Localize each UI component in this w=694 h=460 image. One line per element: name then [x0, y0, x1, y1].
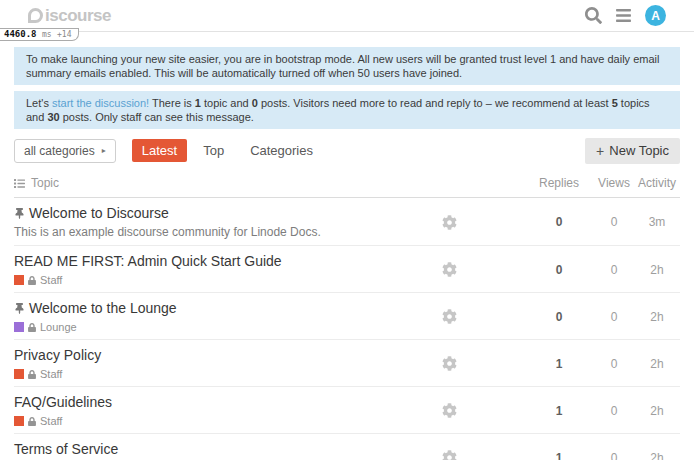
- tab-top[interactable]: Top: [193, 139, 234, 162]
- category-color-square: [14, 275, 24, 285]
- topic-title-line[interactable]: FAQ/Guidelines: [14, 394, 364, 411]
- tab-latest[interactable]: Latest: [132, 139, 187, 162]
- gear-icon[interactable]: [442, 309, 457, 324]
- topic-admin-cell: [374, 309, 524, 324]
- start-discussion-link[interactable]: start the discussion!: [52, 97, 149, 109]
- category-filter-label: all categories: [24, 144, 95, 158]
- topic-title[interactable]: Welcome to the Lounge: [29, 300, 177, 316]
- logo-wordmark: iscourse: [45, 6, 111, 26]
- topic-main-cell: FAQ/Guidelines Staff: [14, 394, 374, 427]
- activity-value[interactable]: 2h: [634, 263, 680, 277]
- topic-title[interactable]: READ ME FIRST: Admin Quick Start Guide: [14, 253, 282, 269]
- category-name: Lounge: [40, 321, 77, 333]
- new-topic-label: New Topic: [609, 143, 669, 158]
- topic-row: Terms of Service Staff 1 0 2h: [14, 434, 680, 460]
- topic-row: Welcome to the Lounge Lounge 0 0 2h: [14, 293, 680, 340]
- topic-title[interactable]: Terms of Service: [14, 441, 118, 457]
- replies-count: 0: [524, 215, 594, 229]
- replies-count: 1: [524, 404, 594, 418]
- gear-icon[interactable]: [442, 356, 457, 371]
- topic-title-line[interactable]: Welcome to the Lounge: [14, 300, 364, 317]
- topic-title-line[interactable]: Welcome to Discourse: [14, 205, 364, 222]
- activity-value[interactable]: 2h: [634, 357, 680, 371]
- search-icon[interactable]: [585, 7, 602, 24]
- topic-admin-cell: [374, 450, 524, 460]
- gear-icon[interactable]: [442, 403, 457, 418]
- topic-title-line[interactable]: Privacy Policy: [14, 347, 364, 364]
- topic-list-page: To make launching your new site easier, …: [14, 32, 680, 460]
- bootstrap-notice-text: To make launching your new site easier, …: [26, 53, 659, 79]
- profiler-badge[interactable]: 4460.8 ms +14: [0, 28, 79, 41]
- views-column-header[interactable]: Views: [594, 176, 634, 190]
- hamburger-menu-icon[interactable]: [615, 7, 632, 24]
- views-count: 0: [594, 215, 634, 229]
- views-count: 0: [594, 404, 634, 418]
- pin-icon: [14, 303, 25, 314]
- topic-title[interactable]: Welcome to Discourse: [29, 205, 169, 221]
- discourse-bubble-icon: [28, 8, 43, 23]
- activity-value[interactable]: 2h: [634, 451, 680, 460]
- topic-row: FAQ/Guidelines Staff 1 0 2h: [14, 387, 680, 434]
- list-icon: [14, 178, 25, 189]
- user-avatar[interactable]: A: [645, 5, 666, 26]
- category-color-square: [14, 369, 24, 379]
- list-nav-tabs: Latest Top Categories: [132, 139, 585, 162]
- start-discussion-notice: Let's start the discussion! There is 1 t…: [14, 91, 680, 129]
- activity-column-header[interactable]: Activity: [634, 176, 680, 190]
- category-name: Staff: [40, 368, 62, 380]
- gear-icon[interactable]: [442, 450, 457, 460]
- topic-title[interactable]: Privacy Policy: [14, 347, 101, 363]
- site-header: iscourse A: [0, 0, 694, 32]
- topic-main-cell: Welcome to the Lounge Lounge: [14, 300, 374, 333]
- gear-icon[interactable]: [442, 215, 457, 230]
- category-badge[interactable]: Staff: [14, 368, 364, 380]
- replies-count: 0: [524, 310, 594, 324]
- pin-icon: [14, 208, 25, 219]
- topic-title-line[interactable]: Terms of Service: [14, 441, 364, 458]
- tab-categories[interactable]: Categories: [240, 139, 323, 162]
- list-controls: all categories ▸ Latest Top Categories +…: [14, 138, 680, 163]
- views-count: 0: [594, 263, 634, 277]
- activity-value[interactable]: 2h: [634, 404, 680, 418]
- new-topic-button[interactable]: + New Topic: [585, 138, 680, 164]
- profiler-unit: ms: [42, 30, 52, 39]
- topic-main-cell: Welcome to Discourse This is an example …: [14, 205, 374, 239]
- topic-main-cell: Privacy Policy Staff: [14, 347, 374, 380]
- topic-column-header[interactable]: Topic: [14, 176, 374, 190]
- bootstrap-mode-notice: To make launching your new site easier, …: [14, 47, 680, 85]
- recommended-posts: 30: [47, 111, 59, 123]
- activity-value[interactable]: 3m: [634, 215, 680, 229]
- lock-icon: [28, 276, 36, 285]
- category-badge[interactable]: Staff: [14, 274, 364, 286]
- gear-icon[interactable]: [442, 262, 457, 277]
- category-color-square: [14, 322, 24, 332]
- discourse-logo[interactable]: iscourse: [28, 6, 111, 26]
- views-count: 0: [594, 451, 634, 460]
- category-badge[interactable]: Staff: [14, 415, 364, 427]
- plus-icon: +: [596, 143, 604, 159]
- topic-excerpt: This is an example discourse community f…: [14, 225, 364, 239]
- topic-list-header: Topic Replies Views Activity: [14, 168, 680, 198]
- lock-icon: [28, 323, 36, 332]
- topic-admin-cell: [374, 356, 524, 371]
- topic-main-cell: READ ME FIRST: Admin Quick Start Guide S…: [14, 253, 374, 286]
- topic-row: Privacy Policy Staff 1 0 2h: [14, 340, 680, 387]
- category-filter-dropdown[interactable]: all categories ▸: [14, 139, 116, 163]
- replies-column-header[interactable]: Replies: [524, 176, 594, 190]
- lock-icon: [28, 370, 36, 379]
- topic-main-cell: Terms of Service Staff: [14, 441, 374, 460]
- replies-count: 0: [524, 263, 594, 277]
- views-count: 0: [594, 310, 634, 324]
- category-badge[interactable]: Lounge: [14, 321, 364, 333]
- topic-title[interactable]: FAQ/Guidelines: [14, 394, 112, 410]
- replies-count: 1: [524, 357, 594, 371]
- views-count: 0: [594, 357, 634, 371]
- activity-value[interactable]: 2h: [634, 310, 680, 324]
- topic-admin-cell: [374, 262, 524, 277]
- topic-title-line[interactable]: READ ME FIRST: Admin Quick Start Guide: [14, 253, 364, 270]
- category-color-square: [14, 416, 24, 426]
- topic-row: Welcome to Discourse This is an example …: [14, 198, 680, 246]
- topic-admin-cell: [374, 403, 524, 418]
- topic-list-body: Welcome to Discourse This is an example …: [14, 198, 680, 460]
- category-name: Staff: [40, 415, 62, 427]
